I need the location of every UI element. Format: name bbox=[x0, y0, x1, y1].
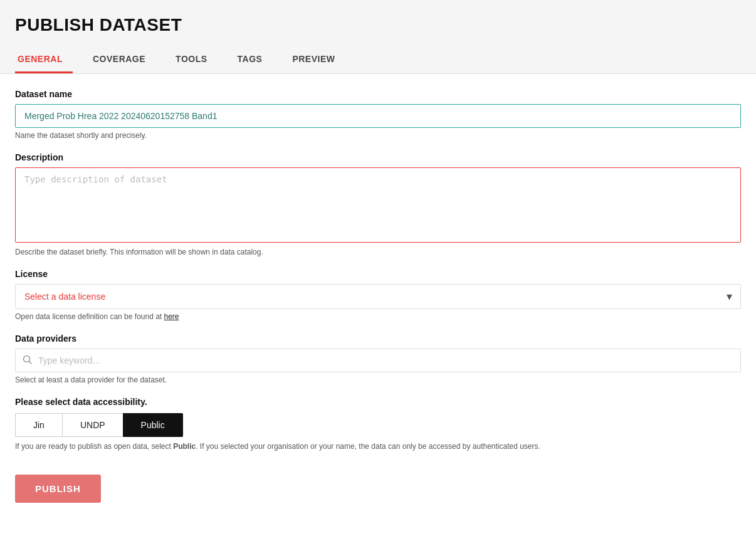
accessibility-hint-text-2: . If you selected your organisation or y… bbox=[196, 442, 540, 451]
page-title: PUBLISH DATASET bbox=[15, 15, 741, 45]
description-textarea[interactable] bbox=[15, 167, 741, 243]
license-hint-text: Open data license definition can be foun… bbox=[15, 312, 164, 321]
accessibility-buttons: Jin UNDP Public bbox=[15, 413, 741, 437]
accessibility-undp-button[interactable]: UNDP bbox=[62, 413, 123, 437]
dataset-name-hint: Name the dataset shortly and precisely. bbox=[15, 131, 741, 140]
tab-coverage[interactable]: COVERAGE bbox=[90, 45, 155, 73]
license-select[interactable]: Select a data license bbox=[15, 284, 741, 309]
dataset-name-input[interactable] bbox=[15, 104, 741, 128]
accessibility-hint: If you are ready to publish as open data… bbox=[15, 442, 741, 451]
license-select-wrapper: Select a data license ▾ bbox=[15, 284, 741, 309]
accessibility-group: Please select data accessibility. Jin UN… bbox=[15, 397, 741, 451]
accessibility-public-button[interactable]: Public bbox=[123, 413, 183, 437]
data-providers-hint: Select at least a data provider for the … bbox=[15, 376, 741, 384]
tab-tools[interactable]: TOOLS bbox=[173, 45, 217, 73]
publish-button[interactable]: PUBLISH bbox=[15, 475, 101, 503]
license-label: License bbox=[15, 269, 741, 279]
svg-line-1 bbox=[29, 362, 32, 364]
tab-general[interactable]: GENERAL bbox=[15, 45, 73, 73]
tab-tags[interactable]: TAGS bbox=[235, 45, 273, 73]
tab-preview[interactable]: PREVIEW bbox=[290, 45, 345, 73]
description-hint: Describe the dataset briefly. This infor… bbox=[15, 248, 741, 256]
accessibility-hint-bold: Public bbox=[173, 442, 196, 451]
license-hint-link[interactable]: here bbox=[164, 312, 179, 321]
data-providers-search-wrapper bbox=[15, 349, 741, 372]
page-header: PUBLISH DATASET bbox=[0, 0, 756, 45]
data-providers-group: Data providers Select at least a data pr… bbox=[15, 334, 741, 384]
data-providers-label: Data providers bbox=[15, 334, 741, 344]
tabs-bar: GENERAL COVERAGE TOOLS TAGS PREVIEW bbox=[0, 45, 756, 74]
dataset-name-label: Dataset name bbox=[15, 89, 741, 99]
form-section: Dataset name Name the dataset shortly an… bbox=[0, 74, 756, 523]
search-icon bbox=[23, 355, 32, 366]
dataset-name-group: Dataset name Name the dataset shortly an… bbox=[15, 89, 741, 140]
accessibility-jin-button[interactable]: Jin bbox=[15, 413, 62, 437]
data-providers-search-input[interactable] bbox=[15, 349, 741, 372]
page-wrapper: PUBLISH DATASET GENERAL COVERAGE TOOLS T… bbox=[0, 0, 756, 536]
description-group: Description Describe the dataset briefly… bbox=[15, 152, 741, 256]
description-label: Description bbox=[15, 152, 741, 162]
license-hint: Open data license definition can be foun… bbox=[15, 312, 741, 321]
accessibility-label: Please select data accessibility. bbox=[15, 397, 741, 407]
accessibility-hint-text-1: If you are ready to publish as open data… bbox=[15, 442, 173, 451]
license-group: License Select a data license ▾ Open dat… bbox=[15, 269, 741, 321]
